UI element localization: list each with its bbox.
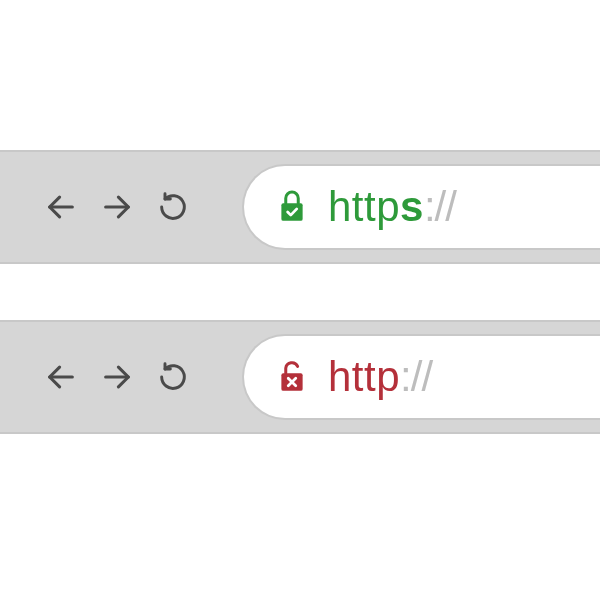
- forward-icon[interactable]: [100, 190, 134, 224]
- lock-closed-check-icon: [274, 187, 310, 227]
- url-text: https://: [328, 183, 456, 231]
- url-slashes: ://: [424, 183, 456, 230]
- url-scheme: https: [328, 183, 424, 230]
- url-scheme: http: [328, 353, 400, 400]
- browser-toolbar-secure: https://: [0, 150, 600, 264]
- reload-icon[interactable]: [156, 190, 190, 224]
- reload-icon[interactable]: [156, 360, 190, 394]
- address-bar[interactable]: http://: [242, 334, 600, 420]
- url-slashes: ://: [400, 353, 432, 400]
- back-icon[interactable]: [44, 190, 78, 224]
- address-bar[interactable]: https://: [242, 164, 600, 250]
- browser-toolbar-insecure: http://: [0, 320, 600, 434]
- lock-open-cross-icon: [274, 357, 310, 397]
- nav-group: [44, 360, 190, 394]
- back-icon[interactable]: [44, 360, 78, 394]
- nav-group: [44, 190, 190, 224]
- forward-icon[interactable]: [100, 360, 134, 394]
- url-text: http://: [328, 353, 432, 401]
